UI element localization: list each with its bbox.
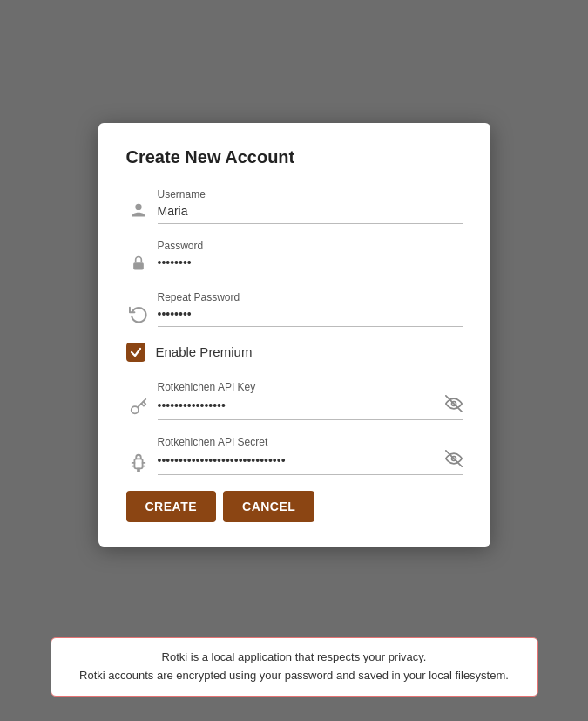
premium-label: Enable Premium [156, 344, 253, 359]
button-row: CREATE CANCEL [126, 491, 463, 522]
api-secret-field-group: Rotkehlchen API Secret [158, 436, 463, 475]
bug-icon [126, 452, 151, 472]
password-input[interactable] [158, 254, 463, 271]
premium-checkbox[interactable] [126, 343, 145, 362]
svg-point-2 [131, 406, 138, 413]
premium-row: Enable Premium [126, 343, 463, 362]
create-button[interactable]: CREATE [126, 491, 217, 522]
create-account-dialog: Create New Account Username Password [98, 123, 490, 547]
password-field-group: Password [158, 240, 463, 275]
repeat-icon [126, 304, 151, 323]
svg-rect-5 [134, 459, 142, 468]
dialog-title: Create New Account [126, 147, 463, 167]
user-icon [126, 201, 151, 221]
repeat-password-label: Repeat Password [158, 291, 463, 303]
username-label: Username [158, 188, 463, 201]
api-key-row: Rotkehlchen API Key [126, 381, 463, 420]
username-input[interactable] [158, 202, 463, 220]
api-key-input-wrap [158, 395, 463, 420]
lock-icon [126, 255, 151, 272]
password-label: Password [158, 240, 463, 252]
api-key-input[interactable] [158, 397, 440, 414]
notice-line1: Rotki is a local application that respec… [67, 649, 522, 667]
svg-rect-1 [133, 262, 144, 269]
password-row: Password [126, 240, 463, 275]
username-input-wrap [158, 202, 463, 224]
username-row: Username [126, 188, 463, 224]
username-field-group: Username [158, 188, 463, 224]
api-secret-input-wrap [158, 450, 463, 475]
svg-point-0 [135, 203, 141, 209]
password-input-wrap [158, 254, 463, 275]
repeat-password-input[interactable] [158, 305, 463, 323]
api-key-visibility-toggle[interactable] [445, 395, 463, 416]
api-secret-label: Rotkehlchen API Secret [158, 436, 463, 448]
api-secret-visibility-toggle[interactable] [445, 450, 463, 471]
api-key-field-group: Rotkehlchen API Key [158, 381, 463, 420]
key-icon [126, 398, 151, 417]
repeat-password-input-wrap [158, 305, 463, 327]
api-key-label: Rotkehlchen API Key [158, 381, 463, 393]
notice-line2: Rotki accounts are encrypted using your … [67, 667, 522, 685]
cancel-button[interactable]: CANCEL [223, 491, 314, 522]
api-secret-row: Rotkehlchen API Secret [126, 436, 463, 475]
api-secret-input[interactable] [158, 452, 440, 469]
repeat-password-field-group: Repeat Password [158, 291, 463, 327]
privacy-notice: Rotki is a local application that respec… [51, 637, 538, 697]
repeat-password-row: Repeat Password [126, 291, 463, 327]
